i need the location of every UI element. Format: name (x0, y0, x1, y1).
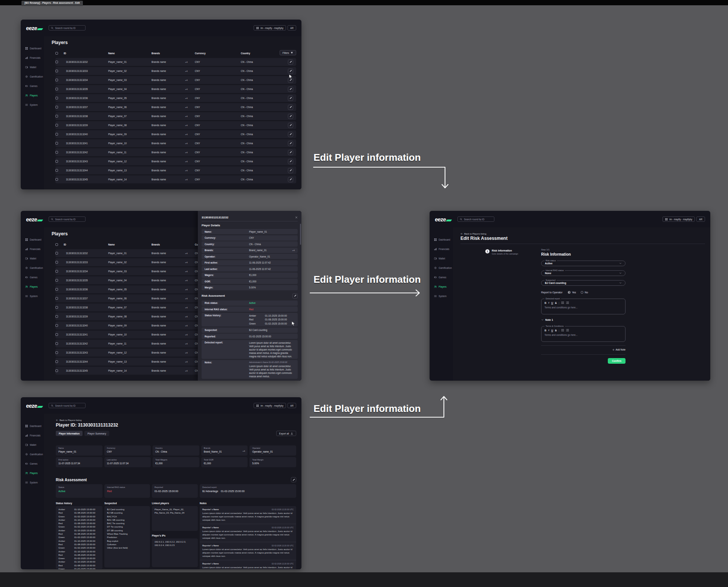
tab-player-information[interactable]: Player Information (56, 431, 83, 436)
sidebar-item-financials[interactable]: Financials (21, 247, 44, 251)
row-checkbox[interactable] (55, 151, 58, 154)
sidebar-item-dashboard[interactable]: Dashboard (21, 46, 44, 50)
strikethrough-icon[interactable]: S (555, 329, 557, 332)
sidebar-item-gamification[interactable]: Gamification (21, 265, 44, 270)
edit-row-button[interactable] (288, 123, 293, 128)
bold-icon[interactable]: B (544, 329, 546, 332)
note-group-toggle[interactable]: Note 1 (541, 319, 626, 321)
back-link[interactable]: Back to Players listing (56, 419, 82, 421)
table-row[interactable]: 3130303131313233Player_name_02Brands nam… (55, 67, 296, 75)
table-row[interactable]: 3130303131313241Player_name_10Brands nam… (55, 139, 296, 147)
sidebar-item-gamification[interactable]: Gamification (21, 452, 44, 456)
edit-row-button[interactable] (288, 105, 293, 110)
radio-yes[interactable]: Yes (568, 291, 576, 294)
row-checkbox[interactable] (55, 70, 58, 72)
sidebar-item-games[interactable]: Games (21, 84, 44, 88)
tenant-switcher-button[interactable]: im - mayfly - mayflyby (254, 403, 286, 408)
row-checkbox[interactable] (55, 288, 58, 291)
sidebar-item-players[interactable]: Players (430, 284, 453, 289)
row-checkbox[interactable] (55, 342, 58, 345)
row-checkbox[interactable] (55, 315, 58, 318)
bullet-list-icon[interactable] (566, 301, 569, 304)
search-field[interactable] (55, 218, 83, 221)
sidebar-item-players[interactable]: Players (21, 284, 44, 289)
drawer-close-button[interactable] (295, 216, 298, 219)
edit-row-button[interactable] (288, 150, 293, 155)
sidebar-item-financials[interactable]: Financials (21, 433, 44, 438)
row-checkbox[interactable] (55, 79, 58, 81)
sidebar-item-games[interactable]: Games (21, 461, 44, 466)
add-note-button[interactable]: Add Note (541, 348, 626, 351)
table-row[interactable]: 3130303131313240Player_name_09Brands nam… (55, 130, 296, 138)
row-checkbox[interactable] (55, 178, 58, 181)
row-checkbox[interactable] (55, 61, 58, 63)
table-row[interactable]: 3130303131313238Player_name_07Brands nam… (55, 112, 296, 120)
edit-row-button[interactable] (288, 96, 293, 101)
sidebar-item-system[interactable]: System (21, 480, 44, 485)
table-row[interactable]: 3130303131313244Player_name_13Brands nam… (55, 166, 296, 174)
sidebar-item-dashboard[interactable]: Dashboard (430, 237, 453, 242)
bold-icon[interactable]: B (544, 302, 546, 304)
sidebar-item-dashboard[interactable]: Dashboard (21, 237, 44, 242)
row-checkbox[interactable] (55, 169, 58, 172)
search-field[interactable] (55, 404, 83, 407)
sidebar-item-dashboard[interactable]: Dashboard (21, 424, 44, 428)
edit-row-button[interactable] (288, 114, 293, 119)
italic-icon[interactable]: I (548, 329, 549, 332)
edit-risk-button[interactable] (291, 477, 296, 482)
sidebar-item-players[interactable]: Players (21, 93, 44, 98)
select-internal-rag-status[interactable]: Internal RAG statusNone (541, 270, 626, 276)
terms-conditions-editor[interactable]: Terms & Conditions BIUS| Terms and condi… (541, 326, 626, 342)
edit-row-button[interactable] (288, 59, 293, 65)
sidebar-item-financials[interactable]: Financials (430, 247, 453, 251)
row-checkbox[interactable] (55, 360, 58, 363)
select-all-checkbox[interactable] (55, 52, 58, 55)
sidebar-item-system[interactable]: System (21, 102, 44, 107)
sidebar-item-wallet[interactable]: Wallet (21, 442, 44, 447)
back-link[interactable]: Back to Players listing (460, 233, 486, 235)
row-checkbox[interactable] (55, 279, 58, 282)
sidebar-item-system[interactable]: System (21, 294, 44, 298)
sidebar-item-gamification[interactable]: Gamification (21, 74, 44, 79)
edit-row-button[interactable] (288, 177, 293, 182)
tenant-switcher-button[interactable]: im - mayfly - mayflyby (254, 25, 286, 30)
sidebar-item-wallet[interactable]: Wallet (21, 65, 44, 69)
edit-row-button[interactable] (288, 141, 293, 146)
strikethrough-icon[interactable]: S (555, 302, 557, 304)
select-suspected[interactable]: SuspectedBJ Card counting (541, 280, 626, 286)
drawer-edit-risk-button[interactable] (292, 293, 298, 299)
sidebar-item-players[interactable]: Players (21, 471, 44, 475)
sidebar-item-wallet[interactable]: Wallet (21, 256, 44, 261)
table-row[interactable]: 3130303131313245Player_name_14Brands nam… (55, 175, 296, 183)
row-checkbox[interactable] (55, 297, 58, 300)
tenant-switcher-button[interactable]: im - mayfly - mayflyby (662, 217, 695, 222)
sidebar-item-financials[interactable]: Financials (21, 55, 44, 60)
row-checkbox[interactable] (55, 324, 58, 327)
edit-row-button[interactable] (288, 87, 293, 92)
table-row[interactable]: 3130303131313243Player_name_12Brands nam… (55, 157, 296, 165)
row-checkbox[interactable] (55, 133, 58, 136)
row-checkbox[interactable] (55, 115, 58, 117)
select-risk-status[interactable]: Risk statusActive (541, 261, 626, 266)
underline-icon[interactable]: U (551, 302, 553, 304)
italic-icon[interactable]: I (548, 301, 549, 304)
drawer-scrollbar[interactable] (300, 224, 301, 245)
export-all-button[interactable]: Export all (276, 431, 296, 436)
edit-row-button[interactable] (288, 168, 293, 173)
search-input[interactable] (457, 217, 494, 222)
sidebar-item-gamification[interactable]: Gamification (430, 265, 453, 270)
sidebar-item-games[interactable]: Games (430, 275, 453, 279)
ordered-list-icon[interactable] (561, 329, 564, 332)
row-checkbox[interactable] (55, 97, 58, 99)
table-row[interactable]: 3130303131313237Player_name_06Brands nam… (55, 103, 296, 111)
edit-row-button[interactable] (288, 159, 293, 164)
table-row[interactable]: 3130303131313234Player_name_03Brands nam… (55, 76, 296, 84)
row-checkbox[interactable] (55, 88, 58, 90)
row-checkbox[interactable] (55, 351, 58, 354)
row-checkbox[interactable] (55, 270, 58, 273)
underline-icon[interactable]: U (551, 329, 553, 332)
row-checkbox[interactable] (55, 252, 58, 255)
table-row[interactable]: 3130303131313239Player_name_08Brands nam… (55, 121, 296, 129)
search-input[interactable] (49, 403, 86, 408)
row-checkbox[interactable] (55, 160, 58, 163)
